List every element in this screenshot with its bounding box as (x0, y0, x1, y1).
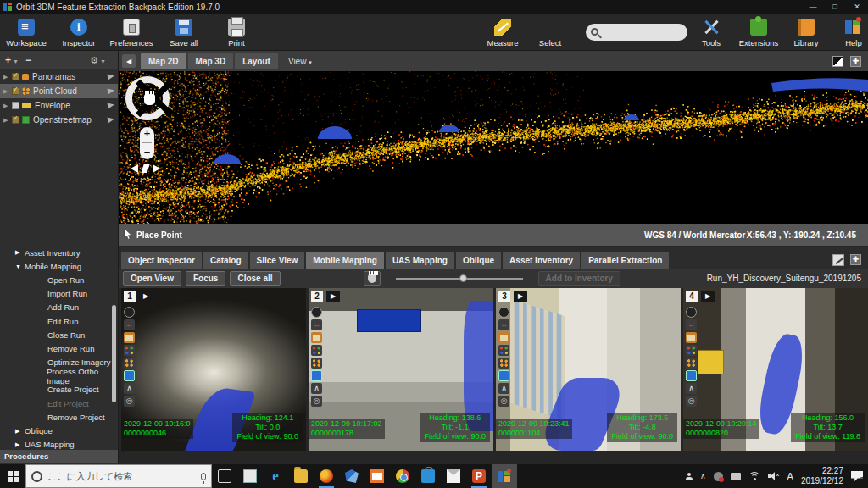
sphere-view-icon[interactable] (686, 307, 697, 318)
fly-to-icon[interactable] (108, 116, 115, 123)
pan-arrows-icon[interactable] (498, 319, 509, 330)
layer-visibility-checkbox[interactable] (12, 87, 19, 95)
sphere-view-icon[interactable] (311, 307, 322, 318)
store-icon[interactable] (415, 464, 441, 488)
fisheye-view-icon[interactable] (498, 396, 509, 407)
view-menu[interactable]: View ▾ (288, 57, 312, 66)
expand-arrow-icon[interactable]: ▶ (3, 103, 12, 109)
play-button[interactable]: ▶ (139, 291, 153, 302)
pan-arrows-icon[interactable] (124, 319, 135, 330)
map-tab[interactable]: Map 3D (188, 53, 234, 69)
toolbar-button[interactable]: Help (830, 14, 868, 50)
zoom-control[interactable]: + − (140, 127, 154, 159)
map-viewport[interactable]: + − (119, 71, 868, 224)
gear-icon[interactable]: ⚙ (90, 55, 98, 66)
toolbar-button[interactable]: Measure (479, 14, 526, 50)
file-explorer-icon[interactable] (288, 464, 314, 488)
image-view-icon[interactable] (498, 332, 509, 343)
maximize-panel-icon[interactable]: ✚ (850, 254, 861, 265)
pan-arrows-icon[interactable] (686, 319, 697, 330)
points-color-icon[interactable] (124, 345, 135, 356)
ime-mode-indicator[interactable]: A (787, 471, 793, 481)
procedure-item[interactable]: Edit Run (0, 314, 118, 328)
layer-row[interactable]: ▶ Openstreetmap (0, 113, 118, 127)
points-intensity-icon[interactable] (686, 358, 697, 369)
notepad-icon[interactable] (237, 464, 263, 488)
toolbar-button[interactable]: Inspector (53, 14, 105, 50)
layer-row[interactable]: ▶ Point Cloud (0, 84, 118, 98)
layer-visibility-checkbox[interactable] (12, 116, 19, 124)
pan-arrows-icon[interactable] (311, 319, 322, 330)
procedure-item[interactable]: Open Run (0, 273, 118, 286)
notification-center-icon[interactable]: 2 (851, 471, 863, 481)
planar-view-icon[interactable] (686, 383, 697, 394)
rotate-right-button[interactable] (153, 164, 160, 173)
planar-view-icon[interactable] (498, 383, 509, 394)
slider-knob[interactable] (459, 274, 467, 282)
procedure-item[interactable]: ▶ Oblique (0, 424, 118, 437)
screen-view-icon[interactable] (124, 370, 135, 381)
procedure-item[interactable]: Remove Project (0, 410, 118, 424)
procedures-footer[interactable]: Procedures (0, 450, 118, 463)
minimize-button[interactable]: — (802, 3, 824, 11)
map-tab[interactable]: Map 2D (141, 53, 186, 69)
mm-toolbar-button[interactable]: Close all (230, 271, 280, 286)
collapse-panel-button[interactable]: ◀ (122, 54, 136, 68)
procedure-item[interactable]: ▶ Asset Inventory (0, 246, 118, 259)
rotate-left-button[interactable] (131, 164, 138, 173)
procedure-item[interactable]: ▼ Mobile Mapping (0, 259, 118, 273)
expand-arrow-icon[interactable]: ▶ (3, 117, 12, 124)
opacity-slider[interactable] (396, 278, 523, 280)
points-color-icon[interactable] (498, 345, 509, 356)
expand-arrow-icon[interactable]: ▶ (3, 74, 12, 80)
points-color-icon[interactable] (686, 345, 697, 356)
expand-arrow-icon[interactable]: ▶ (3, 88, 12, 95)
fly-to-icon[interactable] (108, 87, 115, 94)
toolbar-button[interactable]: Print (210, 14, 263, 50)
search-input[interactable] (598, 27, 675, 36)
mm-toolbar-button[interactable]: Open View (123, 271, 181, 286)
bottom-tab[interactable]: Object Inspector (121, 252, 202, 269)
task-view-button[interactable] (212, 464, 237, 488)
background-color-toggle-icon[interactable] (832, 56, 843, 67)
image-view-icon[interactable] (124, 332, 135, 343)
firefox-icon[interactable] (314, 464, 339, 488)
points-intensity-icon[interactable] (498, 358, 509, 369)
security-status-icon[interactable] (714, 472, 723, 481)
planar-view-icon[interactable] (124, 383, 135, 394)
bottom-tab[interactable]: UAS Mapping (386, 252, 454, 269)
layer-row[interactable]: ▶ Envelope (0, 98, 118, 113)
clock[interactable]: 22:27 2019/12/12 (801, 466, 843, 486)
mail-app-icon[interactable] (364, 464, 390, 488)
fisheye-view-icon[interactable] (686, 396, 697, 407)
edit-view-icon[interactable] (832, 254, 844, 266)
microphone-icon[interactable] (201, 473, 206, 480)
pan-control[interactable] (125, 76, 170, 120)
layer-row[interactable]: ▶ Panoramas (0, 69, 118, 84)
camera-viewport[interactable]: 3 ▶ 2029-12-09 10:23:41 0000001104 Headi… (496, 288, 681, 451)
bottom-tab[interactable]: Asset Inventory (503, 252, 580, 269)
procedure-item[interactable]: Process Ortho Image (0, 369, 118, 383)
procedure-item[interactable]: Remove Run (0, 341, 118, 355)
chrome-icon[interactable] (390, 464, 415, 488)
hidden-icons-chevron[interactable]: ∧ (700, 472, 706, 480)
planar-view-icon[interactable] (311, 383, 322, 394)
wifi-icon[interactable] (748, 472, 760, 480)
mm-toolbar-button[interactable]: Focus (186, 271, 225, 286)
screen-view-icon[interactable] (686, 370, 697, 381)
scrollbar[interactable] (112, 305, 116, 402)
layer-visibility-checkbox[interactable] (12, 73, 19, 80)
bottom-tab[interactable]: Slice View (250, 252, 305, 269)
points-intensity-icon[interactable] (311, 358, 322, 369)
fly-to-icon[interactable] (108, 102, 115, 108)
toolbar-button[interactable]: Save all (158, 14, 210, 50)
tilt-button[interactable] (141, 164, 149, 173)
mail-icon[interactable] (441, 464, 466, 488)
bottom-tab[interactable]: Mobile Mapping (306, 252, 384, 269)
toolbar-button[interactable]: Workspace (0, 14, 53, 50)
fly-to-icon[interactable] (108, 73, 115, 80)
people-icon[interactable] (686, 473, 693, 480)
sphere-view-icon[interactable] (124, 307, 135, 318)
start-button[interactable] (0, 464, 25, 488)
procedure-item[interactable]: Import Run (0, 287, 118, 301)
